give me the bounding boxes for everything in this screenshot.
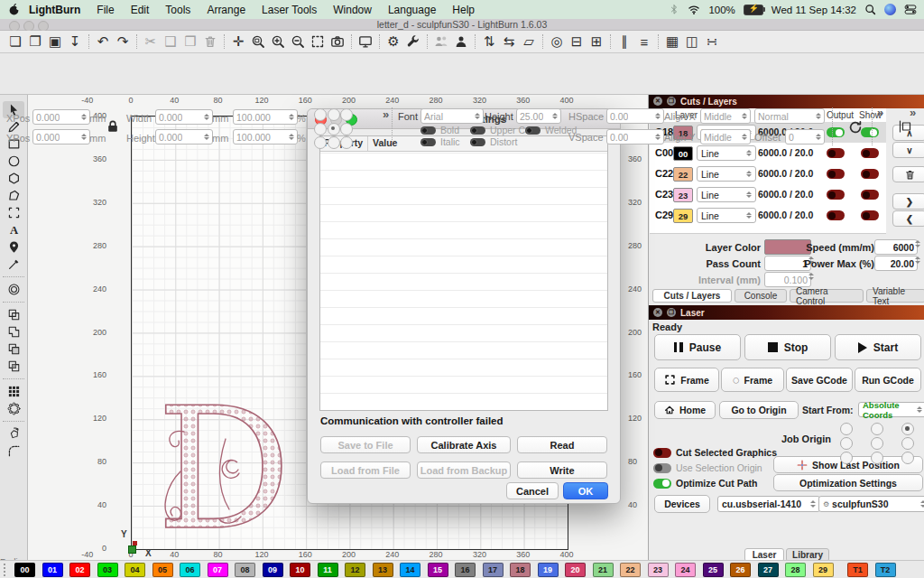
layer-output-toggle[interactable] [827, 169, 845, 179]
tab-console[interactable]: Console [735, 289, 787, 303]
home-button[interactable]: Home [654, 401, 716, 419]
zoom-out-icon[interactable] [288, 32, 308, 51]
menu-clock[interactable]: Wed 11 Sep 14:32 [772, 5, 856, 15]
menu-item-help[interactable]: Help [444, 4, 483, 16]
wifi-icon[interactable] [688, 3, 700, 16]
palette-swatch-23[interactable]: 23 [648, 563, 669, 577]
palette-swatch-14[interactable]: 14 [400, 563, 420, 577]
detach-icon[interactable]: ❐ [667, 97, 676, 106]
anchor-point-grid[interactable] [314, 108, 352, 149]
job-origin-6[interactable] [840, 452, 853, 464]
palette-swatch-07[interactable]: 07 [208, 563, 228, 577]
close-icon[interactable]: ✕ [653, 308, 662, 317]
read-button[interactable]: Read [517, 436, 607, 453]
value-column-header[interactable]: Value [368, 136, 402, 151]
move-to-position-icon[interactable]: ◎ [547, 32, 567, 51]
palette-swatch-06[interactable]: 06 [180, 563, 200, 577]
text-offset-input[interactable]: 0 [785, 129, 825, 144]
lock-aspect-icon[interactable] [104, 117, 121, 135]
layer-color-chip[interactable]: 23 [673, 188, 693, 202]
layer-output-toggle[interactable] [827, 148, 845, 158]
layer-color-chip[interactable]: 29 [673, 209, 693, 223]
save-file-icon[interactable]: ▣ [45, 32, 65, 51]
layer-row[interactable]: C2323Line6000.0 / 20.0 [650, 184, 886, 205]
devices-button[interactable]: Devices [654, 495, 710, 513]
anchor-point-4[interactable] [328, 123, 340, 135]
palette-swatch-29[interactable]: 29 [813, 563, 834, 577]
width-percent-input[interactable]: 100.000 [233, 109, 298, 125]
load-from-file-button[interactable]: Load from File [320, 461, 411, 479]
control-center-icon[interactable] [904, 3, 917, 16]
aligny-select[interactable]: Middle [700, 129, 751, 144]
new-file-icon[interactable]: ❏ [5, 32, 25, 51]
palette-swatch-01[interactable]: 01 [42, 563, 63, 577]
job-origin-1[interactable] [871, 423, 883, 435]
copy-icon[interactable]: ❑ [161, 32, 180, 51]
port-select[interactable]: cu.usbserial-1410 [717, 496, 820, 512]
device-select[interactable]: ⚙ sculpfunS30 [818, 496, 924, 512]
job-origin-8[interactable] [901, 452, 914, 464]
skew-icon[interactable]: ▱ [519, 32, 539, 51]
ok-button[interactable]: OK [563, 482, 608, 499]
palette-swatch-15[interactable]: 15 [428, 563, 448, 577]
bool-intersect[interactable] [3, 358, 24, 375]
bool-union[interactable] [3, 323, 24, 340]
layer-show-toggle[interactable] [861, 148, 879, 158]
toolbar-expander[interactable]: » [383, 107, 389, 121]
undo-icon[interactable]: ↶ [93, 32, 113, 51]
frame-rect-button[interactable]: Frame [654, 368, 719, 392]
palette-swatch-26[interactable]: 26 [730, 563, 751, 577]
write-button[interactable]: Write [517, 461, 607, 479]
layer-delete-button[interactable] [892, 166, 924, 182]
align-left-icon[interactable]: ⊟ [567, 32, 587, 51]
layer-color-chip[interactable]: 00 [673, 146, 693, 161]
palette-swatch-19[interactable]: 19 [538, 563, 559, 577]
use-selection-origin-toggle[interactable]: Use Selection Origin [653, 462, 762, 473]
layer-down-button[interactable]: ∨ [892, 142, 924, 158]
goto-origin-button[interactable]: Go to Origin [719, 401, 799, 419]
tab-variable-text[interactable]: Variable Text [866, 289, 924, 303]
preview-icon[interactable] [356, 32, 375, 51]
paste-icon[interactable]: ❒ [180, 32, 200, 51]
palette-swatch-03[interactable]: 03 [97, 563, 118, 577]
cut-icon[interactable]: ✂ [141, 32, 161, 51]
anchor-point-3[interactable] [314, 123, 327, 135]
menu-item-file[interactable]: File [88, 4, 122, 16]
save-gcode-button[interactable]: Save GCode [786, 368, 853, 392]
job-origin-2[interactable] [901, 423, 914, 435]
toolbar-expander-3[interactable]: » [910, 106, 916, 119]
palette-swatch-28[interactable]: 28 [785, 563, 806, 577]
palette-swatch-22[interactable]: 22 [620, 563, 641, 577]
device-settings-icon[interactable] [403, 32, 423, 51]
zoom-in-icon[interactable] [268, 32, 288, 51]
layer-output-toggle[interactable] [827, 127, 845, 137]
ypos-input[interactable]: 0.000 [32, 129, 90, 144]
layer-row[interactable]: C0000Line6000.0 / 20.0 [650, 143, 886, 163]
layer-row[interactable]: C2929Line6000.0 / 20.0 [650, 205, 886, 226]
palette-swatch-10[interactable]: 10 [290, 563, 310, 577]
layer-mode-select[interactable]: Line [697, 187, 756, 202]
palette-swatch-02[interactable]: 02 [69, 563, 90, 577]
siri-icon[interactable] [884, 4, 896, 15]
open-file-icon[interactable]: ❐ [25, 32, 45, 51]
distort-toggle[interactable]: Distort [470, 136, 517, 147]
settings-icon[interactable]: ⚙ [383, 32, 403, 51]
interval-input[interactable]: 0.100 [764, 272, 811, 287]
palette-swatch-25[interactable]: 25 [703, 563, 724, 577]
delete-icon[interactable] [200, 32, 220, 51]
vspace-input[interactable]: 0.00 [606, 129, 664, 144]
power-stepper[interactable] [913, 256, 920, 264]
layer-output-toggle[interactable] [827, 210, 845, 220]
frame-tool[interactable] [3, 204, 24, 221]
layer-row[interactable]: C2222Line6000.0 / 20.0 [650, 163, 886, 184]
rotate-shape[interactable] [3, 425, 24, 443]
grid-array[interactable] [3, 383, 24, 400]
palette-swatch-20[interactable]: 20 [565, 563, 586, 577]
interval-stepper[interactable] [807, 273, 814, 280]
job-origin-5[interactable] [901, 437, 914, 450]
power-max-input[interactable]: 20.00 [874, 256, 918, 271]
job-origin-0[interactable] [840, 423, 853, 435]
anchor-point-7[interactable] [328, 136, 340, 149]
palette-swatch-T2[interactable]: T2 [875, 563, 896, 577]
toolbar-expander-2[interactable]: » [877, 106, 883, 119]
